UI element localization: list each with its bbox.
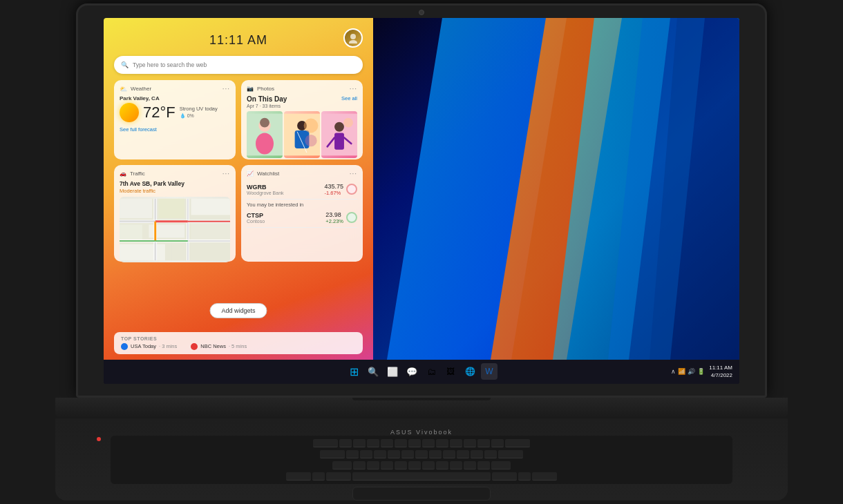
story1-source: USA Today [131, 343, 156, 349]
stock1-ticker: WGRB [247, 184, 284, 191]
photo-thumb-1 [247, 111, 283, 158]
search-taskbar-button[interactable]: 🔍 [365, 363, 381, 380]
traffic-status: Moderate traffic [120, 188, 230, 194]
system-tray: ∧ 📶 🔊 🔋 [671, 368, 705, 375]
key-row-1 [113, 438, 730, 448]
svg-rect-19 [120, 199, 152, 218]
explorer-button[interactable]: 🗂 [423, 363, 439, 380]
keyboard [111, 436, 732, 484]
svg-rect-25 [120, 244, 165, 260]
stock-row-1[interactable]: WGRB Woodgrove Bank 435.75 -1.67% [247, 180, 357, 200]
svg-rect-22 [120, 224, 142, 241]
traffic-icon: 🚗 [120, 171, 126, 177]
stock2-indicator [346, 212, 357, 223]
profile-avatar[interactable] [343, 28, 363, 48]
stock1-change: -1.67% [324, 190, 343, 196]
weather-widget[interactable]: ⛅ Weather ··· Park Valley, CA 72°F [114, 80, 236, 159]
photos-see-all-link[interactable]: See all [341, 95, 357, 101]
traffic-address: 7th Ave SB, Park Valley [120, 180, 230, 187]
story-2[interactable]: NBC News · 5 mins [191, 343, 247, 350]
key-ctrl-r[interactable] [532, 472, 557, 481]
stock2-price: 23.98 [325, 211, 343, 218]
keyboard-area: ASUS Vivobook [55, 418, 788, 501]
svg-point-10 [304, 118, 319, 133]
time-display: 11:11 AM [104, 33, 373, 48]
sun-icon [120, 103, 139, 122]
watchlist-widget[interactable]: 📈 Watchlist ··· WGRB Woodgrove Bank [241, 165, 363, 262]
taskbar-right: ∧ 📶 🔊 🔋 11:11 AM 4/7/2022 [671, 364, 732, 379]
photos-date: Apr 7 · 33 items [247, 104, 287, 108]
story-1[interactable]: USA Today · 3 mins [121, 343, 177, 350]
laptop-lid: 11:11 AM 🔍 Type here to search the web [76, 3, 767, 398]
svg-point-11 [305, 135, 316, 146]
taskbar: ⊞ 🔍 ⬜ 💬 🗂 🖼 🌐 W ∧ 📶 � [104, 360, 739, 384]
keyboard-logo-dot [97, 437, 101, 441]
story2-time: · 5 mins [229, 343, 247, 349]
search-placeholder: Type here to search the web [133, 61, 207, 68]
story2-source: NBC News [200, 343, 226, 349]
widget-grid: ⛅ Weather ··· Park Valley, CA 72°F [114, 80, 363, 262]
taskbar-time[interactable]: 11:11 AM 4/7/2022 [709, 364, 732, 379]
tray-chevron[interactable]: ∧ [671, 368, 676, 375]
weather-humidity: 💧 0% [180, 113, 218, 119]
weather-menu[interactable]: ··· [222, 86, 230, 93]
widgets-panel: 11:11 AM 🔍 Type here to search the web [104, 18, 373, 360]
battery-icon[interactable]: 🔋 [697, 368, 705, 375]
photos-grid [247, 111, 357, 158]
stock-row-2[interactable]: CTSP Contoso 23.98 +2.23% [247, 209, 357, 228]
stock1-company: Woodgrove Bank [247, 191, 284, 195]
screen: 11:11 AM 🔍 Type here to search the web [104, 18, 739, 384]
weather-description: Strong UV today [180, 106, 218, 112]
traffic-widget[interactable]: 🚗 Traffic ··· 7th Ave SB, Park Valley Mo… [114, 165, 236, 262]
key-enter[interactable] [498, 450, 523, 458]
start-button[interactable]: ⊞ [345, 363, 362, 380]
laptop-base [55, 398, 788, 418]
weather-temperature: 72°F [143, 104, 176, 122]
key-caps[interactable] [320, 450, 345, 458]
story1-time: · 3 mins [159, 343, 177, 349]
photos-widget[interactable]: 📷 Photos ··· On This Day Apr 7 · 33 item… [241, 80, 363, 159]
chat-button[interactable]: 💬 [404, 363, 420, 380]
svg-point-13 [334, 122, 344, 132]
laptop-brand-label: ASUS Vivobook [390, 429, 453, 436]
edge-button[interactable]: 🌐 [462, 363, 478, 380]
camera [419, 10, 424, 15]
wallpaper [373, 18, 739, 360]
interested-label: You may be interested in [247, 200, 357, 209]
watchlist-icon: 📈 [247, 171, 254, 177]
office-button[interactable]: W [481, 363, 498, 380]
photos-icon: 📷 [247, 86, 254, 92]
photos-menu[interactable]: ··· [350, 86, 357, 93]
laptop-hinge [352, 398, 491, 400]
taskbar-center: ⊞ 🔍 ⬜ 💬 🗂 🖼 🌐 W [345, 363, 498, 380]
svg-rect-14 [334, 133, 344, 149]
svg-point-17 [343, 117, 353, 127]
stock1-price: 435.75 [324, 183, 343, 190]
watchlist-menu[interactable]: ··· [350, 171, 357, 177]
top-stories-label: TOP STORIES [121, 336, 356, 341]
touchpad[interactable] [352, 487, 491, 501]
add-widgets-button[interactable]: Add widgets [209, 303, 267, 318]
volume-icon[interactable]: 🔊 [688, 368, 695, 375]
photos-button[interactable]: 🖼 [442, 363, 459, 380]
watchlist-widget-title: 📈 Watchlist [247, 171, 279, 177]
search-bar[interactable]: 🔍 Type here to search the web [114, 56, 363, 74]
svg-rect-21 [191, 199, 230, 215]
traffic-menu[interactable]: ··· [222, 171, 230, 177]
stories-row: USA Today · 3 mins NBC News · 5 mins [121, 343, 356, 350]
on-this-day-heading: On This Day [247, 95, 287, 104]
top-stories: TOP STORIES USA Today · 3 mins NBC News … [114, 332, 363, 354]
key-tab[interactable] [313, 439, 338, 447]
photo-thumb-2 [284, 111, 320, 158]
key-ctrl-l[interactable] [286, 472, 311, 481]
weather-forecast-link[interactable]: See full forecast [120, 126, 230, 133]
map-area [120, 197, 230, 262]
svg-rect-26 [171, 241, 230, 260]
stock1-indicator [346, 184, 357, 195]
svg-point-5 [260, 117, 269, 127]
key-space[interactable] [352, 472, 491, 481]
wifi-icon[interactable]: 📶 [678, 368, 685, 375]
taskview-button[interactable]: ⬜ [384, 363, 401, 380]
svg-rect-24 [191, 221, 230, 240]
photo-thumb-3 [321, 111, 357, 158]
